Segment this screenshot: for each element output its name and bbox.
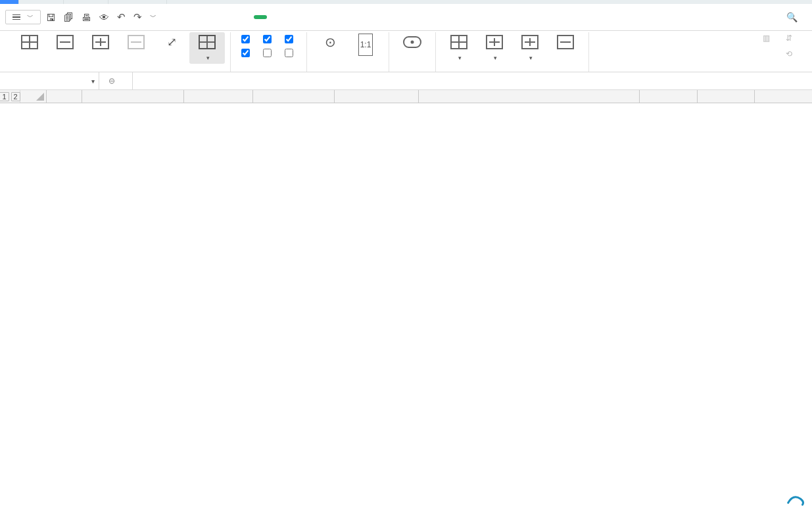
tab-templates[interactable]: × — [19, 0, 64, 4]
sync-scroll-button[interactable]: ⇵ — [782, 32, 800, 44]
search-icon: 🔍 — [786, 12, 798, 22]
cancel-formula-icon[interactable]: ⊖ — [108, 76, 115, 85]
formula-input[interactable] — [133, 72, 812, 89]
view-reading-mode-button[interactable]: ▾ — [189, 32, 225, 64]
reset-icon: ⟲ — [786, 49, 792, 59]
tab-doc[interactable]: × — [64, 0, 108, 4]
view-custom-button[interactable] — [118, 32, 154, 55]
hamburger-icon — [12, 14, 20, 20]
view-page-break-button[interactable] — [47, 32, 83, 55]
view-page-layout-button[interactable] — [83, 32, 118, 55]
menu-tabs — [167, 15, 325, 19]
chevron-down-icon: ﹀ — [27, 12, 34, 22]
zoom-ratio-button[interactable]: ⊙ — [312, 32, 348, 55]
col-header-I[interactable] — [755, 90, 812, 103]
sync-icon: ⇵ — [786, 34, 792, 43]
arrange-windows-button[interactable]: ▾ — [477, 32, 512, 64]
group-zoom: ⊙ 1:1 — [307, 32, 389, 72]
ribbon: ⤢ ▾ ⊙ 1:1 ▾ ▾ ▾ ▥ ⇵ ⟲ — [0, 31, 812, 72]
col-header-A[interactable] — [47, 90, 82, 103]
quick-access-toolbar: 🖫 🗐 🖶 👁 ↶ ↷ ﹀ — [46, 11, 156, 23]
col-header-E[interactable] — [335, 90, 418, 103]
menu-view[interactable] — [254, 15, 267, 19]
save-icon[interactable]: 🖫 — [46, 12, 56, 23]
split-window-button[interactable]: ▾ — [512, 32, 548, 64]
new-window-button[interactable] — [548, 32, 583, 55]
tab-home[interactable] — [0, 0, 19, 4]
group-show — [231, 32, 307, 72]
chk-edit-bar[interactable] — [241, 35, 252, 43]
new-tab-button[interactable]: ＋ — [167, 0, 193, 4]
col-header-D[interactable] — [253, 90, 335, 103]
chk-task-pane[interactable] — [241, 49, 252, 57]
group-compare: ▥ ⇵ ⟲ — [750, 32, 805, 72]
chk-show-grid[interactable] — [263, 35, 274, 43]
chevron-down-icon: ▾ — [91, 78, 95, 85]
main-menu: ﹀ 🖫 🗐 🖶 👁 ↶ ↷ ﹀ 🔍 — [0, 4, 812, 31]
col-header-C[interactable] — [184, 90, 253, 103]
save-as-icon[interactable]: 🗐 — [64, 12, 74, 23]
col-header-B[interactable] — [82, 90, 184, 103]
formula-bar: ▾ ⊖ — [0, 72, 812, 90]
chevron-down-icon[interactable]: ﹀ — [150, 12, 156, 22]
chevron-down-icon: ▾ — [529, 55, 533, 61]
chevron-down-icon: ▾ — [458, 55, 462, 61]
side-by-side-icon: ▥ — [763, 34, 770, 43]
freeze-panes-button[interactable]: ▾ — [441, 32, 477, 64]
chevron-down-icon: ▾ — [494, 55, 497, 61]
group-eye — [389, 32, 436, 72]
col-header-G[interactable] — [640, 90, 698, 103]
window-tabs: × × × ＋ — [0, 0, 812, 4]
undo-icon[interactable]: ↶ — [117, 11, 126, 23]
zoom-100-button[interactable]: 1:1 — [348, 32, 383, 60]
reset-position-button[interactable]: ⟲ — [782, 48, 800, 60]
view-normal-button[interactable] — [12, 32, 47, 55]
print-icon[interactable]: 🖶 — [82, 12, 91, 23]
col-header-F[interactable] — [419, 90, 640, 103]
file-menu-button[interactable]: ﹀ — [5, 10, 41, 24]
chevron-down-icon: ▾ — [206, 55, 210, 61]
column-headers: 12 — [0, 90, 812, 103]
command-search[interactable]: 🔍 — [786, 12, 800, 22]
chk-show-headers[interactable] — [285, 35, 296, 43]
view-fullscreen-button[interactable]: ⤢ — [154, 32, 189, 55]
eye-care-button[interactable] — [394, 32, 430, 55]
side-by-side-button[interactable]: ▥ — [759, 32, 778, 44]
group-view-modes: ⤢ ▾ — [7, 32, 231, 72]
tab-workbook[interactable]: × — [108, 0, 167, 4]
chk-print-grid[interactable] — [263, 49, 274, 57]
print-preview-icon[interactable]: 👁 — [99, 12, 109, 23]
group-windows: ▾ ▾ ▾ — [436, 32, 589, 72]
col-header-H[interactable] — [698, 90, 755, 103]
redo-icon[interactable]: ↷ — [133, 11, 142, 23]
select-all-corner[interactable] — [20, 90, 47, 103]
outline-levels[interactable]: 12 — [0, 90, 20, 103]
worksheet: 12 — [0, 90, 812, 511]
name-box[interactable]: ▾ — [0, 72, 99, 89]
chk-print-headers[interactable] — [285, 49, 296, 57]
